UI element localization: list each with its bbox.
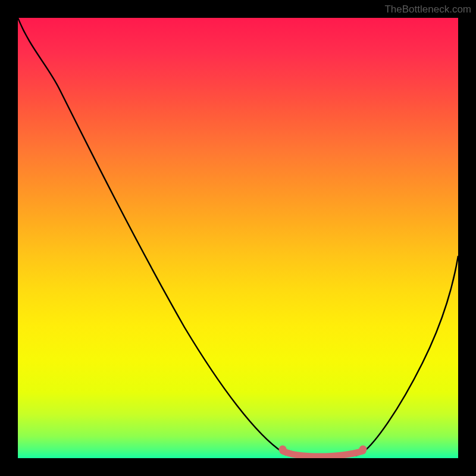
flat-region-highlight bbox=[283, 451, 363, 456]
watermark-text: TheBottleneck.com bbox=[384, 4, 471, 15]
flat-region-right-dot bbox=[359, 446, 367, 453]
bottleneck-curve-svg bbox=[18, 18, 458, 458]
flat-region-left-dot bbox=[279, 446, 287, 453]
bottleneck-curve-path bbox=[18, 18, 458, 458]
chart-gradient-plot bbox=[18, 18, 458, 458]
